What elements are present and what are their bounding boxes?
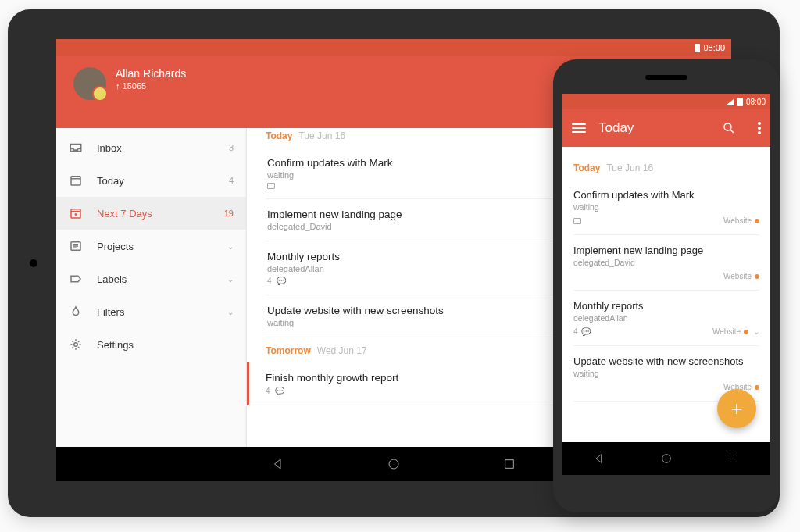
task-row[interactable]: Confirm updates with Mark waiting Websit… (573, 180, 759, 235)
task-title: Update website with new screenshots (573, 355, 759, 367)
gear-icon (69, 337, 83, 352)
task-tag: Website (712, 327, 748, 336)
back-icon[interactable] (593, 452, 605, 465)
section-date: Tue Jun 16 (606, 162, 653, 173)
mail-icon (267, 183, 275, 189)
signal-icon (726, 98, 734, 105)
sidebar-item-label: Projects (97, 241, 134, 252)
sidebar-item-inbox[interactable]: Inbox 3 (56, 131, 246, 164)
task-title: Monthly reports (573, 300, 759, 312)
svg-rect-5 (505, 460, 514, 469)
phone-status-bar: 08:00 (562, 94, 770, 109)
chevron-down-icon: ⌄ (227, 308, 234, 316)
chevron-down-icon[interactable]: ⌄ (753, 327, 759, 336)
sidebar-item-label: Next 7 Days (97, 208, 152, 220)
svg-point-9 (758, 131, 761, 134)
sidebar-item-today[interactable]: Today 4 (56, 164, 246, 197)
task-subtitle: waiting (573, 202, 759, 212)
sidebar-item-label: Inbox (97, 142, 122, 154)
sidebar-item-label: Labels (97, 273, 127, 285)
phone-device: 08:00 Today Today Tue Jun 16 Confirm upd… (553, 59, 780, 512)
section-header-today: Today Tue Jun 16 (573, 162, 759, 173)
phone-task-list: Today Tue Jun 16 Confirm updates with Ma… (562, 147, 770, 442)
comment-count: 4 (573, 327, 578, 336)
labels-icon (69, 272, 83, 286)
comment-icon: 💬 (275, 387, 284, 395)
comment-icon: 💬 (277, 277, 286, 285)
battery-icon (695, 44, 700, 52)
svg-point-4 (389, 459, 398, 469)
comment-count: 4 (267, 277, 272, 285)
status-time: 08:00 (703, 43, 725, 52)
avatar[interactable] (73, 67, 106, 100)
filters-icon (69, 305, 83, 319)
chevron-down-icon: ⌄ (227, 242, 234, 251)
task-subtitle: delegatedAllan (573, 313, 759, 323)
phone-screen: 08:00 Today Today Tue Jun 16 Confirm upd… (562, 94, 770, 475)
sidebar-item-next7[interactable]: Next 7 Days 19 (56, 197, 246, 230)
home-icon[interactable] (387, 457, 401, 471)
svg-point-3 (74, 343, 78, 347)
sidebar-item-projects[interactable]: Projects ⌄ (56, 230, 246, 262)
task-title: Confirm updates with Mark (573, 189, 759, 201)
task-row[interactable]: Monthly reports delegatedAllan 4 💬 Websi… (573, 291, 759, 346)
mail-icon (573, 218, 581, 224)
battery-icon (738, 98, 743, 106)
sidebar-item-label: Filters (97, 306, 124, 318)
svg-point-10 (662, 455, 671, 463)
project-dot-icon (744, 330, 748, 334)
home-icon[interactable] (660, 452, 673, 465)
next7-icon (69, 206, 83, 220)
project-dot-icon (755, 385, 759, 390)
section-day: Tomorrow (266, 345, 311, 356)
section-date: Tue Jun 16 (298, 130, 345, 141)
task-subtitle: waiting (573, 369, 759, 378)
sidebar-item-count: 4 (229, 176, 234, 185)
recent-icon[interactable] (727, 452, 740, 465)
section-day: Today (266, 130, 292, 141)
sidebar-item-count: 3 (229, 143, 234, 152)
sidebar-item-label: Today (97, 175, 124, 187)
section-day: Today (573, 162, 600, 173)
phone-header: Today (562, 109, 770, 147)
user-block: Allan Richards ↑ 15065 (116, 67, 186, 91)
user-karma: ↑ 15065 (116, 81, 186, 91)
menu-icon[interactable] (572, 123, 586, 133)
section-date: Wed Jun 17 (317, 345, 367, 356)
today-icon (69, 173, 83, 187)
back-icon[interactable] (271, 457, 285, 471)
task-subtitle: delegated_David (573, 258, 759, 267)
svg-point-6 (724, 123, 731, 130)
add-task-button[interactable]: + (717, 389, 756, 428)
status-bar: 08:00 (56, 39, 731, 56)
project-dot-icon (755, 219, 759, 223)
sidebar-item-filters[interactable]: Filters ⌄ (56, 295, 246, 328)
svg-rect-11 (730, 455, 737, 462)
phone-title: Today (598, 120, 634, 136)
svg-rect-0 (71, 177, 80, 185)
task-tag: Website (723, 272, 759, 280)
status-time: 08:00 (746, 98, 766, 106)
project-dot-icon (755, 274, 759, 279)
projects-icon (69, 239, 83, 253)
comment-count: 4 (266, 387, 270, 395)
task-row[interactable]: Implement new landing page delegated_Dav… (573, 235, 759, 291)
more-icon[interactable] (758, 122, 761, 134)
recent-icon[interactable] (502, 457, 516, 471)
svg-point-7 (758, 122, 761, 125)
comment-icon: 💬 (581, 327, 591, 336)
user-name: Allan Richards (116, 67, 186, 80)
sidebar-item-count: 19 (224, 209, 234, 218)
svg-point-8 (758, 127, 761, 130)
android-navbar (562, 442, 770, 475)
chevron-down-icon: ⌄ (227, 275, 234, 284)
sidebar-item-label: Settings (97, 339, 134, 351)
sidebar-item-labels[interactable]: Labels ⌄ (56, 262, 246, 295)
search-icon[interactable] (722, 121, 736, 135)
inbox-icon (69, 141, 83, 155)
task-title: Implement new landing page (573, 245, 759, 256)
sidebar: Inbox 3 Today 4 Next 7 Days 19 (56, 128, 247, 447)
task-tag: Website (723, 216, 759, 225)
sidebar-item-settings[interactable]: Settings (56, 328, 246, 361)
